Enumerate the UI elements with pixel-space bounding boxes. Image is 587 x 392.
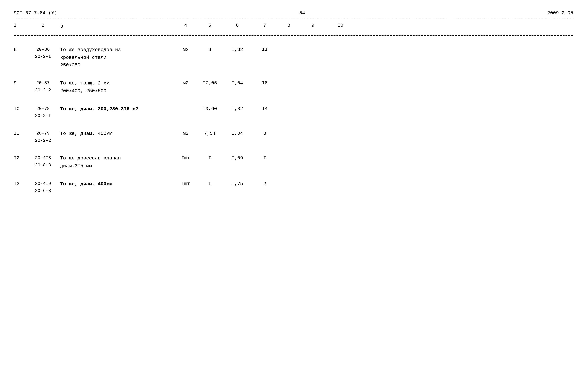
col-header-6: 6 [223,23,251,30]
table-body: 8 20-86 20-2-I То же воздуховодов из кро… [14,41,573,200]
row10-col7: I4 [251,105,279,112]
row8-col5: 8 [196,46,223,53]
row8-col6: I,32 [223,46,251,53]
row11-col1: II [14,130,27,137]
row11-col5: 7,54 [196,130,223,137]
column-headers: I 2 3 4 5 6 7 8 9 IO [14,19,573,32]
row13-col4: Iшт [175,180,196,188]
col-header-7: 7 [251,23,279,30]
header-right: 2009 2-05 [547,10,573,16]
col-header-5: 5 [196,23,223,30]
row11-col7: 8 [251,130,279,137]
row8-col3: То же воздуховодов из кровельной стали 2… [58,46,175,69]
table-row: I2 20-4I8 20-8-3 То же дроссель клапан д… [14,149,573,175]
row11-col3: То же, диам. 400мм [58,130,175,138]
row9-col1: 9 [14,80,27,87]
row10-col1: I0 [14,105,27,112]
col-header-1: I [14,23,27,30]
row12-col3: То же дроссель клапан диам.3I5 мм [58,154,175,170]
row10-col3: То же, диам. 200,280,3I5 м2 [58,105,175,113]
row9-col5: I7,05 [196,80,223,87]
row13-col7: 2 [251,180,279,188]
row12-col7: I [251,154,279,162]
col-header-10: IO [327,23,354,30]
row8-col2: 20-86 20-2-I [27,46,58,60]
row8-col4: м2 [175,46,196,53]
row10-col5: I0,60 [196,105,223,112]
row11-col2: 20-79 20-2-2 [27,130,58,144]
row13-col6: I,75 [223,180,251,188]
col-header-8: 8 [279,23,299,30]
table-row: 8 20-86 20-2-I То же воздуховодов из кро… [14,41,573,74]
table-row: 9 20-87 20-2-2 То же, толщ. 2 мм 200х400… [14,74,573,100]
row11-col6: I,04 [223,130,251,137]
table-row: I0 20-78 20-2-I То же, диам. 200,280,3I5… [14,100,573,125]
row8-col7: II [251,46,279,53]
table-row: I3 20-4I9 20-6-3 То же, диам. 400мм Iшт … [14,175,573,200]
row12-col6: I,09 [223,154,251,162]
col-header-4: 4 [175,23,196,30]
row13-col2: 20-4I9 20-6-3 [27,180,58,194]
col-header-9: 9 [299,23,327,30]
row12-col5: I [196,154,223,162]
col-header-2: 2 [27,23,58,30]
row13-col1: I3 [14,180,27,188]
row8-col1: 8 [14,46,27,53]
header-dashed-line [14,35,573,36]
row13-col5: I [196,180,223,188]
row11-col4: м2 [175,130,196,137]
row13-col3: То же, диам. 400мм [58,180,175,188]
row9-col2: 20-87 20-2-2 [27,80,58,94]
row10-col6: I,32 [223,105,251,112]
col-header-3: 3 [58,23,175,30]
row12-col2: 20-4I8 20-8-3 [27,154,58,169]
row9-col6: I,04 [223,80,251,87]
row12-col4: Iшт [175,154,196,162]
table-row: II 20-79 20-2-2 То же, диам. 400мм м2 7,… [14,125,573,149]
header-left: 90I-07-7.84 (У) [14,10,57,16]
row12-col1: I2 [14,154,27,162]
row10-col2: 20-78 20-2-I [27,105,58,120]
header-center: 54 [299,10,305,16]
row9-col7: I8 [251,80,279,87]
row9-col4: м2 [175,80,196,87]
row9-col3: То же, толщ. 2 мм 200х400, 250х500 [58,80,175,95]
